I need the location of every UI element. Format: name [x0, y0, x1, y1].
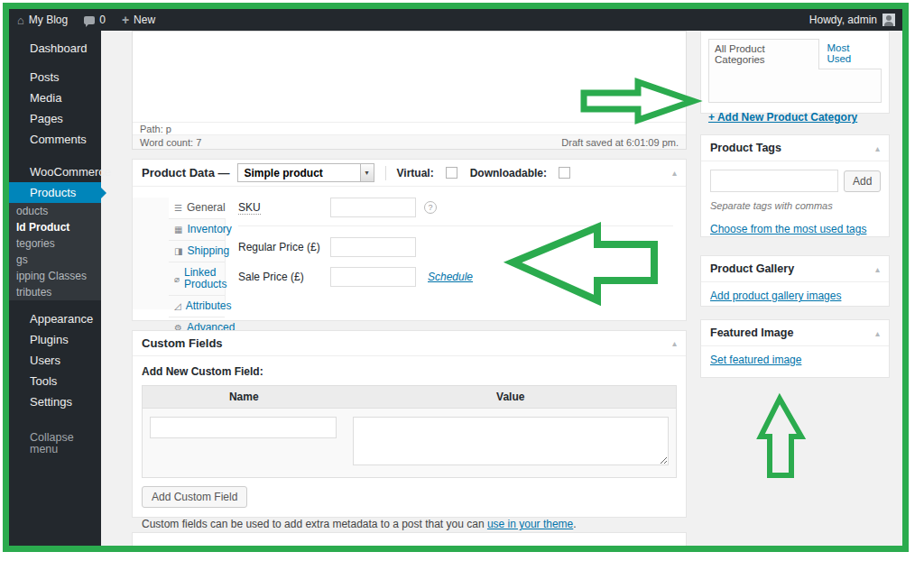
submenu-item-add-product[interactable]: ld Product: [9, 219, 101, 235]
sidebar-item-dashboard[interactable]: Dashboard: [9, 38, 101, 59]
product-gallery-title: Product Gallery: [710, 262, 794, 275]
sidebar-item-posts[interactable]: Posts: [9, 67, 101, 87]
sidebar-item-products[interactable]: Products: [9, 182, 101, 203]
custom-field-name-input[interactable]: [150, 417, 337, 438]
featured-image-title: Featured Image: [710, 326, 793, 339]
screenshot-green-frame: ⌂ My Blog 0 + New Howdy, admin Dashboard: [3, 3, 909, 552]
category-checklist[interactable]: [708, 69, 882, 103]
downloadable-checkbox[interactable]: [559, 167, 570, 179]
add-new-custom-field-label: Add New Custom Field:: [142, 365, 677, 378]
site-name: My Blog: [29, 14, 68, 26]
general-tab-panel: SKU ? Regular Price (£) Sale Price (£): [226, 187, 686, 320]
tab-all-product-categories[interactable]: All Product Categories: [708, 39, 819, 69]
admin-bar-comments-link[interactable]: 0: [76, 9, 114, 31]
home-icon: ⌂: [17, 14, 24, 27]
submenu-item-tags[interactable]: gs: [9, 252, 101, 268]
sale-price-input[interactable]: [330, 267, 416, 287]
collapse-panel-icon[interactable]: ▴: [875, 264, 880, 274]
name-column-header: Name: [143, 386, 346, 408]
sidebar-item-pages[interactable]: Pages: [9, 108, 101, 129]
submenu-item-products[interactable]: oducts: [9, 203, 101, 219]
add-new-product-category-link[interactable]: + Add New Product Category: [708, 111, 857, 124]
sidebar-item-comments[interactable]: Comments: [9, 129, 101, 150]
product-data-tabs: ☰ General ▦ Inventory ◨ Shipping: [133, 198, 226, 309]
truck-icon: ◨: [174, 245, 182, 257]
admin-bar-site-link[interactable]: ⌂ My Blog: [9, 9, 76, 31]
link-icon: ⌀: [174, 273, 180, 285]
sidebar-item-users[interactable]: Users: [9, 350, 101, 371]
submenu-item-categories[interactable]: tegories: [9, 235, 101, 252]
howdy-label: Howdy, admin: [809, 14, 877, 26]
collapse-menu-button[interactable]: Collapse menu: [9, 428, 101, 460]
submenu-item-attributes[interactable]: tributes: [9, 284, 101, 300]
use-in-your-theme-link[interactable]: use in your theme: [487, 518, 573, 530]
tab-general[interactable]: ☰ General: [169, 198, 226, 219]
sidebar-item-products-label: Products: [30, 186, 76, 199]
sliders-icon: ☰: [174, 202, 182, 214]
product-gallery-metabox: Product Gallery ▴ Add product gallery im…: [700, 255, 890, 307]
value-column-header: Value: [346, 386, 676, 408]
collapse-panel-icon[interactable]: ▴: [672, 338, 677, 348]
featured-image-metabox: Featured Image ▴ Set featured image: [700, 319, 890, 378]
plus-icon: +: [122, 14, 129, 26]
sku-input[interactable]: [330, 198, 416, 217]
collapse-panel-icon[interactable]: ▴: [875, 328, 880, 338]
comments-icon: [84, 16, 95, 24]
product-tags-title: Product Tags: [710, 142, 781, 154]
main-content-area: Path: p Word count: 7 Draft saved at 6:0…: [101, 31, 902, 546]
virtual-label: Virtual:: [397, 167, 434, 179]
custom-fields-help-prefix: Custom fields can be used to add extra m…: [142, 518, 487, 530]
virtual-checkbox[interactable]: [446, 167, 457, 179]
choose-most-used-tags-link[interactable]: Choose from the most used tags: [710, 223, 866, 235]
active-menu-arrow-icon: [101, 188, 106, 198]
help-icon[interactable]: ?: [424, 201, 437, 214]
regular-price-input[interactable]: [330, 237, 416, 257]
tab-shipping[interactable]: ◨ Shipping: [169, 241, 225, 262]
editor-path-label: Path: p: [140, 124, 171, 134]
sidebar-item-tools[interactable]: Tools: [9, 371, 101, 391]
sidebar-item-plugins[interactable]: Plugins: [9, 329, 101, 350]
product-tags-metabox: Product Tags ▴ Add Separate tags with co…: [700, 134, 890, 237]
tab-inventory[interactable]: ▦ Inventory: [169, 219, 225, 241]
tab-shipping-label: Shipping: [187, 245, 229, 257]
product-data-metabox: Product Data — Simple product ▾ Virtual:…: [132, 159, 687, 321]
tab-attributes-label: Attributes: [186, 300, 232, 312]
new-tag-input[interactable]: [710, 170, 838, 192]
editor-status-bar: Word count: 7 Draft saved at 6:01:09 pm.: [133, 135, 686, 149]
product-data-title: Product Data —: [142, 166, 230, 179]
tags-hint-text: Separate tags with commas: [710, 200, 880, 211]
set-featured-image-link[interactable]: Set featured image: [710, 354, 801, 366]
custom-field-value-input[interactable]: [353, 417, 669, 465]
admin-bar-new-link[interactable]: + New: [114, 9, 163, 31]
sidebar-item-settings[interactable]: Settings: [9, 391, 101, 412]
custom-fields-help-text: Custom fields can be used to add extra m…: [142, 518, 677, 530]
editor-content-area[interactable]: [133, 32, 686, 123]
collapse-panel-icon[interactable]: ▴: [672, 168, 677, 178]
new-label: New: [134, 14, 155, 26]
tab-linked-products[interactable]: ⌀ Linked Products: [169, 262, 225, 296]
product-type-select[interactable]: Simple product ▾: [237, 163, 374, 182]
sidebar-item-woocommerce[interactable]: WooCommerce: [9, 161, 101, 182]
next-metabox-partial: [132, 532, 687, 546]
attributes-triangle-icon: ◿: [174, 300, 181, 312]
sidebar-item-media[interactable]: Media: [9, 87, 101, 108]
schedule-link[interactable]: Schedule: [428, 271, 473, 283]
divider: [238, 225, 673, 226]
tab-attributes[interactable]: ◿ Attributes: [169, 296, 225, 317]
comments-count: 0: [99, 14, 106, 26]
table-row: [143, 409, 676, 477]
sidebar-item-appearance[interactable]: Appearance: [9, 308, 101, 329]
add-tag-button[interactable]: Add: [844, 170, 881, 192]
tab-general-label: General: [187, 202, 226, 214]
sku-label: SKU: [238, 201, 330, 214]
products-submenu: oducts ld Product tegories gs ipping Cla…: [9, 203, 101, 300]
collapse-panel-icon[interactable]: ▴: [875, 143, 880, 153]
add-product-gallery-images-link[interactable]: Add product gallery images: [710, 290, 841, 302]
custom-fields-metabox: Custom Fields ▴ Add New Custom Field: Na…: [132, 330, 687, 518]
chevron-down-icon: ▾: [360, 164, 374, 181]
sale-price-label: Sale Price (£): [238, 271, 330, 283]
admin-bar-account-link[interactable]: Howdy, admin: [802, 9, 902, 31]
tab-most-used[interactable]: Most Used: [819, 39, 882, 69]
submenu-item-shipping-classes[interactable]: ipping Classes: [9, 268, 101, 284]
add-custom-field-button[interactable]: Add Custom Field: [142, 486, 247, 508]
